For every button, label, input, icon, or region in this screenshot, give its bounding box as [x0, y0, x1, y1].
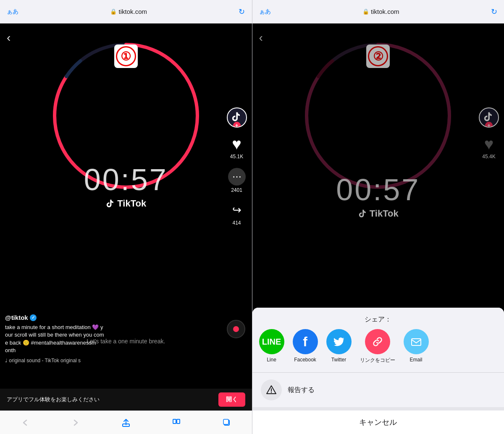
app-promo-bar-left: アプリでフル体験をお楽しみください 開く	[0, 389, 252, 410]
tiktok-logo-right: TikTok	[336, 208, 420, 219]
link-circle[interactable]	[365, 329, 390, 354]
forward-nav-icon-left	[71, 418, 80, 427]
reload-button-right[interactable]: ↻	[491, 7, 497, 16]
tiktok-logo-left: TikTok	[84, 198, 168, 209]
tiktok-svg-right	[358, 209, 367, 218]
line-circle[interactable]: LINE	[259, 329, 284, 354]
video-area-left: ‹ ① 00:57 TikTok	[0, 24, 252, 389]
svg-rect-11	[412, 339, 421, 345]
comment-wrap-left: ⋯ 2401	[228, 168, 246, 193]
tiktok-brand-right: TikTok	[370, 208, 399, 219]
tiktok-svg-left	[105, 199, 115, 208]
link-icon	[371, 335, 384, 348]
right-panel: ぁあ 🔒 tiktok.com ↻ ‹ ② 00:57	[252, 0, 504, 434]
svg-rect-4	[173, 419, 176, 424]
back-nav-icon-left	[21, 418, 30, 427]
tabs-nav-icon-left	[222, 418, 231, 427]
nav-back-left	[16, 413, 34, 432]
like-button-right[interactable]: ♥	[484, 136, 494, 152]
report-row: 報告する	[252, 373, 504, 407]
avatar-wrap-left	[227, 107, 247, 128]
avatar-left[interactable]	[227, 107, 247, 128]
cancel-divider	[252, 407, 504, 410]
comment-count-left: 2401	[231, 187, 242, 193]
tw-label: Twitter	[331, 357, 346, 363]
bookmarks-nav-left[interactable]	[167, 413, 186, 432]
fb-icon: f	[303, 334, 307, 350]
step-number-left: ①	[116, 46, 136, 66]
lock-icon-right: 🔒	[362, 8, 369, 15]
tiktok-avatar-icon	[231, 112, 243, 123]
report-label[interactable]: 報告する	[288, 386, 315, 395]
share-item-twitter[interactable]: Twitter	[326, 329, 352, 363]
share-title: シェア：	[252, 308, 504, 329]
lock-icon-left: 🔒	[110, 8, 117, 15]
domain-right: tiktok.com	[371, 8, 399, 15]
tabs-nav-left[interactable]	[218, 413, 236, 432]
verified-badge-left: ✓	[30, 314, 37, 321]
email-icon	[410, 335, 423, 348]
share-nav-left[interactable]	[117, 413, 135, 432]
tiktok-brand-left: TikTok	[117, 198, 146, 209]
share-item-copy-link[interactable]: リンクをコピー	[360, 329, 395, 364]
bottom-nav-left	[0, 410, 252, 434]
share-icons-row: LINE Line f Facebook Twitter	[252, 329, 504, 372]
back-button-left[interactable]: ‹	[7, 31, 10, 44]
url-bar-left: 🔒 tiktok.com	[110, 8, 147, 15]
caption-left: take a minute for a short meditation 💜 y…	[5, 324, 227, 354]
timer-display-left: 00:57 TikTok	[84, 165, 168, 209]
report-icon	[261, 379, 282, 400]
step-badge-right: ②	[366, 44, 390, 68]
share-wrap-left: ↪ 414	[228, 201, 245, 226]
like-count-right: 45.4K	[482, 154, 495, 159]
warning-icon	[266, 384, 277, 395]
fb-circle[interactable]: f	[293, 329, 318, 354]
link-label: リンクをコピー	[360, 357, 395, 364]
tiktok-avatar-icon-right	[483, 112, 495, 123]
share-nav-icon-left	[121, 418, 131, 427]
promo-text-left: アプリでフル体験をお楽しみください	[7, 396, 100, 403]
music-bar-left: ♩ original sound - TikTok original s	[5, 358, 227, 363]
left-panel: ぁあ 🔒 tiktok.com ↻ ‹ ① 00:57	[0, 0, 252, 434]
avatar-wrap-right	[479, 107, 499, 128]
share-item-facebook[interactable]: f Facebook	[293, 329, 318, 363]
twitter-icon	[332, 335, 346, 348]
domain-left: tiktok.com	[118, 8, 147, 15]
back-button-right[interactable]: ‹	[259, 31, 263, 44]
share-count-left: 414	[232, 220, 241, 226]
right-sidebar-left: ♥ 45.1K ⋯ 2401 ↪ 414	[227, 107, 247, 226]
share-item-line[interactable]: LINE Line	[259, 329, 284, 363]
share-item-email[interactable]: Email	[404, 329, 429, 363]
avatar-right[interactable]	[479, 107, 499, 128]
comment-button-left[interactable]: ⋯	[228, 168, 246, 186]
svg-rect-5	[177, 419, 180, 424]
like-wrap-left: ♥ 45.1K	[230, 136, 243, 159]
url-bar-right: 🔒 tiktok.com	[362, 8, 399, 15]
like-count-left: 45.1K	[230, 154, 243, 159]
browser-bar-right: ぁあ 🔒 tiktok.com ↻	[252, 0, 504, 24]
aa-button-left[interactable]: ぁあ	[7, 8, 18, 16]
share-button-left[interactable]: ↪	[228, 201, 245, 218]
disc-center-left	[233, 326, 239, 332]
fb-label: Facebook	[294, 357, 316, 363]
line-label: Line	[267, 357, 276, 363]
timer-display-right: 00:57 TikTok	[336, 175, 420, 219]
username-left: @tiktok ✓	[5, 314, 227, 321]
cancel-button[interactable]: キャンセル	[252, 410, 504, 434]
step-number-right: ②	[368, 46, 388, 66]
timer-digits-left: 00:57	[84, 165, 168, 195]
bookmarks-nav-icon-left	[172, 418, 181, 427]
svg-rect-7	[223, 419, 228, 424]
like-button-left[interactable]: ♥	[232, 136, 242, 152]
step-badge-left: ①	[114, 44, 138, 68]
reload-button-left[interactable]: ↻	[239, 7, 245, 16]
like-wrap-right: ♥ 45.4K	[482, 136, 495, 159]
aa-button-right[interactable]: ぁあ	[259, 8, 271, 16]
right-sidebar-right: ♥ 45.4K	[479, 107, 499, 159]
browser-bar-left: ぁあ 🔒 tiktok.com ↻	[0, 0, 252, 24]
email-circle[interactable]	[404, 329, 429, 354]
tw-circle[interactable]	[326, 329, 352, 354]
line-icon: LINE	[262, 337, 281, 347]
open-button-left[interactable]: 開く	[218, 392, 245, 407]
music-disc-left	[227, 320, 245, 338]
